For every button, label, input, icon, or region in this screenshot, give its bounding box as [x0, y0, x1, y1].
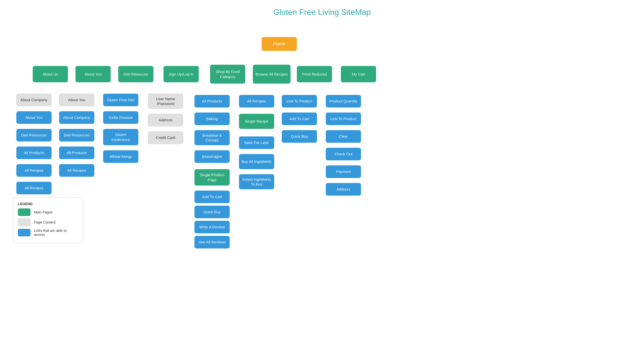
- sp-child-1[interactable]: Quick Buy: [194, 206, 230, 218]
- signup-login-node[interactable]: Sign Up/Log In: [164, 66, 199, 82]
- about-us-child-3[interactable]: All Products: [16, 147, 52, 159]
- legend-gray-label: Page Content: [34, 220, 56, 224]
- legend-item-green: Main Pages: [18, 208, 78, 216]
- cart-child-5[interactable]: Address: [326, 183, 361, 196]
- legend: LEGEND Main Pages Page Content Links tha…: [13, 198, 83, 243]
- sp-child-2[interactable]: Write A Review: [194, 221, 230, 233]
- price-child-1[interactable]: Add To Cart: [282, 113, 317, 125]
- about-us-child-1[interactable]: About You: [16, 111, 52, 124]
- about-us-child-2[interactable]: Diet Resources: [16, 129, 52, 141]
- cart-child-4[interactable]: Payment: [326, 165, 361, 178]
- shop-child-1[interactable]: Baking: [194, 113, 230, 125]
- legend-gray-box: [18, 219, 30, 226]
- about-you-child-0[interactable]: About You: [59, 94, 94, 106]
- about-us-child-5[interactable]: All Recipes: [16, 182, 52, 194]
- browse-recipes-node[interactable]: Browse All Recipes: [253, 65, 291, 84]
- diet-child-1[interactable]: Cellia Disease: [103, 111, 138, 124]
- browse-child-0[interactable]: All Recipes: [239, 95, 274, 107]
- cart-child-2[interactable]: Clear: [326, 130, 361, 143]
- legend-green-label: Main Pages: [34, 210, 53, 214]
- cart-child-0[interactable]: Product Quantity: [326, 95, 361, 107]
- legend-blue-label: Links that are able to access: [34, 229, 78, 237]
- shop-child-3[interactable]: Beaverages: [194, 150, 230, 163]
- diet-resources-node[interactable]: Diet Resouces: [118, 66, 153, 82]
- about-us-node[interactable]: About Us: [33, 66, 68, 82]
- price-reduced-node[interactable]: Price Reduced: [297, 66, 332, 82]
- about-us-child-4[interactable]: All Recipes: [16, 164, 52, 177]
- single-product-node[interactable]: Single Product Page: [194, 169, 230, 186]
- about-you-node[interactable]: About You: [75, 66, 111, 82]
- about-you-child-2[interactable]: Diet Resources: [59, 129, 94, 141]
- signup-child-2[interactable]: Credit Card: [148, 131, 183, 144]
- legend-blue-box: [18, 229, 30, 236]
- tree-wrapper: Home About Us About You Diet Resouces Si…: [5, 24, 639, 251]
- signup-child-0[interactable]: User Name /Password: [148, 94, 183, 109]
- diet-child-2[interactable]: Gluten Intolerance: [103, 129, 138, 145]
- shop-by-food-node[interactable]: Shop By Food Category: [210, 65, 245, 84]
- shop-child-2[interactable]: Breakfast & Cereals: [194, 130, 230, 145]
- sp-child-3[interactable]: See All Reviews: [194, 236, 230, 248]
- br-child-2[interactable]: Select Ingridients To Buy: [239, 174, 274, 189]
- diet-child-0[interactable]: Gluten Free Diet: [103, 94, 138, 106]
- br-child-1[interactable]: Buy All Ingridients: [239, 154, 274, 169]
- diet-child-3[interactable]: Wheat Alergy: [103, 150, 138, 163]
- legend-item-gray: Page Content: [18, 219, 78, 226]
- sp-child-0[interactable]: Add To Cart: [194, 191, 230, 203]
- signup-child-1[interactable]: Address: [148, 114, 183, 126]
- cart-child-3[interactable]: Check Out: [326, 148, 361, 160]
- price-child-2[interactable]: Quick Buy: [282, 130, 317, 143]
- legend-green-box: [18, 208, 30, 216]
- about-us-child-0[interactable]: About Company: [16, 94, 52, 106]
- legend-title: LEGEND: [18, 202, 78, 206]
- cart-child-1[interactable]: Link To Product: [326, 113, 361, 125]
- lines-svg: [5, 24, 639, 251]
- single-recipe-node[interactable]: Single Recipe: [239, 114, 274, 129]
- br-child-0[interactable]: Save For Later: [239, 136, 274, 149]
- about-you-child-4[interactable]: All Recipes: [59, 164, 94, 177]
- page-title: Gluten Free Living SiteMap: [5, 5, 639, 17]
- legend-item-blue: Links that are able to access: [18, 229, 78, 237]
- about-you-child-3[interactable]: All Products: [59, 147, 94, 159]
- about-you-child-1[interactable]: About Company: [59, 111, 94, 124]
- sitemap-container: Home About Us About You Diet Resouces Si…: [5, 24, 639, 251]
- my-cart-node[interactable]: My Cart: [341, 66, 376, 82]
- price-child-0[interactable]: Link To Product: [282, 95, 317, 107]
- shop-child-0[interactable]: All Products: [194, 95, 230, 107]
- home-node[interactable]: Home: [262, 37, 297, 51]
